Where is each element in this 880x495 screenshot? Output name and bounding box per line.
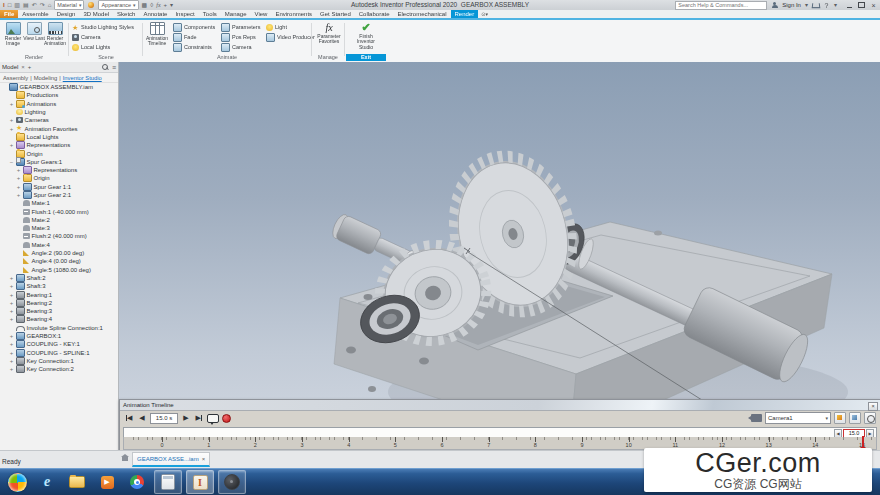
add-camera-action-icon[interactable] [834, 412, 846, 424]
tree-expand-icon[interactable]: + [9, 315, 14, 323]
ribbon-tab-collaborate[interactable]: Collaborate [355, 10, 394, 18]
tree-item[interactable]: +Shaft:3 [0, 282, 118, 290]
animate-camera-button[interactable]: Camera [221, 43, 260, 52]
tree-item[interactable]: +GEARBOX:1 [0, 332, 118, 340]
animation-options-icon[interactable] [864, 412, 876, 424]
tree-item[interactable]: +Shaft:2 [0, 274, 118, 282]
tree-item[interactable]: +Bearing:1 [0, 290, 118, 298]
tree-item[interactable]: Mate:4 [0, 241, 118, 249]
render-image-button[interactable]: Render Image [2, 22, 24, 54]
tree-expand-icon[interactable]: + [9, 282, 14, 290]
undo-icon[interactable]: ↶ [32, 1, 37, 10]
tree-item[interactable]: +Bearing:4 [0, 315, 118, 323]
tree-item[interactable]: Lighting [0, 108, 118, 116]
sign-in-dropdown-icon[interactable]: ▾ [805, 1, 808, 10]
browser-add-tab-icon[interactable]: + [28, 64, 32, 70]
render-animation-button[interactable]: Render Animation [44, 22, 66, 54]
close-button[interactable] [869, 1, 878, 9]
video-producer-button[interactable]: Video Producer [266, 33, 315, 42]
tree-item[interactable]: +Bearing:2 [0, 299, 118, 307]
tree-item[interactable]: Angle:5 (1080.00 deg) [0, 266, 118, 274]
plus-icon[interactable]: + [164, 1, 168, 10]
animate-constraints-button[interactable]: Constraints [173, 43, 215, 52]
browser-tab-model[interactable]: Model [2, 64, 18, 70]
tree-expand-icon[interactable]: + [9, 116, 14, 124]
tree-expand-icon[interactable]: + [9, 340, 14, 348]
tree-expand-icon[interactable]: + [9, 100, 14, 108]
minimize-button[interactable] [845, 1, 854, 9]
tree-item[interactable]: Mate:2 [0, 216, 118, 224]
go-to-start-button[interactable]: ◀ [124, 413, 134, 424]
tree-item[interactable]: +Representations [0, 166, 118, 174]
redo-icon[interactable]: ↷ [40, 1, 45, 10]
ribbon-tab-view[interactable]: View [251, 10, 272, 18]
go-to-end-button[interactable]: ▶ [194, 413, 204, 424]
taskbar-chrome-button[interactable] [124, 471, 150, 493]
ribbon-tab-electromechanical[interactable]: Electromechanical [393, 10, 450, 18]
taskbar-windows-explorer-button[interactable] [64, 471, 90, 493]
tree-expand-icon[interactable]: + [9, 307, 14, 315]
tree-expand-icon[interactable]: + [16, 174, 21, 182]
tree-item[interactable]: +Animations [0, 100, 118, 108]
ribbon-tab-inspect[interactable]: Inspect [171, 10, 198, 18]
parameter-favorites-button[interactable]: fx Parameter Favorites [316, 22, 342, 54]
tree-item[interactable]: Local Lights [0, 133, 118, 141]
animate-parameters-button[interactable]: Parameters [221, 23, 260, 32]
fx-parameters-icon[interactable]: fx [156, 1, 160, 10]
tree-expand-icon[interactable]: + [16, 166, 21, 174]
browser-tab-close-icon[interactable]: × [21, 64, 25, 70]
ribbon-tab-annotate[interactable]: Annotate [139, 10, 171, 18]
ribbon-tab-manage[interactable]: Manage [221, 10, 251, 18]
tree-item[interactable]: +COUPLING - SPLINE:1 [0, 349, 118, 357]
tree-item[interactable]: Angle:4 (0.00 deg) [0, 257, 118, 265]
animate-fade-button[interactable]: Fade [173, 33, 215, 42]
ribbon-display-options-icon[interactable]: ⊙▾ [478, 10, 488, 18]
taskbar-media-player-button[interactable]: ▶ [94, 471, 120, 493]
tree-item[interactable]: Flush:2 (40.000 mm) [0, 232, 118, 240]
tree-item[interactable]: +Key Connection:2 [0, 365, 118, 373]
browser-nav-modeling[interactable]: Modeling [34, 75, 58, 81]
play-backward-button[interactable]: ◀ [137, 413, 147, 424]
animate-pos-reps-button[interactable]: Pos Reps [221, 33, 260, 42]
tree-item[interactable]: +Origin [0, 174, 118, 182]
tree-expand-icon[interactable]: + [9, 349, 14, 357]
scene-camera-button[interactable]: Camera [72, 33, 134, 42]
taskbar-start-button[interactable] [4, 471, 30, 493]
measure-icon[interactable]: ◊ [150, 1, 153, 10]
document-tab[interactable]: GEARBOX ASSE...iam× [132, 452, 210, 467]
sheet-icon[interactable]: ▩ [142, 1, 148, 10]
taskbar-recorder-button[interactable] [218, 470, 246, 494]
finish-inventor-studio-button[interactable]: ✔ Finish Inventor Studio [353, 22, 379, 54]
tree-expand-icon[interactable]: + [9, 299, 14, 307]
tree-expand-icon[interactable]: + [9, 365, 14, 373]
tree-item[interactable]: Productions [0, 91, 118, 99]
taskbar-internet-explorer-button[interactable]: e [34, 471, 60, 493]
record-button[interactable] [222, 414, 231, 423]
qat-dropdown-icon[interactable]: ▾ [170, 1, 173, 10]
appearance-dropdown[interactable]: Appearance▾ [98, 0, 138, 10]
restore-button[interactable] [857, 1, 866, 9]
animate-light-button[interactable]: Light [266, 23, 315, 32]
animation-length-field[interactable]: 15.0 s [150, 413, 178, 424]
play-forward-button[interactable]: ▶ [181, 413, 191, 424]
animate-components-button[interactable]: Components [173, 23, 215, 32]
ribbon-tab-file[interactable]: File [0, 10, 18, 18]
sign-in-button[interactable]: Sign In [782, 2, 801, 8]
studio-lighting-styles-button[interactable]: ★ Studio Lighting Styles [72, 23, 134, 32]
taskbar-inventor-button[interactable]: I [186, 470, 214, 494]
browser-menu-icon[interactable]: ≡ [112, 64, 116, 71]
local-lights-button[interactable]: Local Lights [72, 43, 134, 52]
tree-item[interactable]: +Spur Gear 2:1 [0, 191, 118, 199]
browser-nav-assembly[interactable]: Assembly [3, 75, 28, 81]
tree-item[interactable]: +Bearing:3 [0, 307, 118, 315]
save-icon[interactable]: ▤ [23, 1, 29, 10]
3d-viewport[interactable] [118, 62, 880, 450]
ribbon-tab-environments[interactable]: Environments [271, 10, 316, 18]
ribbon-tab-design[interactable]: Design [53, 10, 80, 18]
home-view-icon[interactable] [121, 454, 129, 462]
search-input[interactable] [675, 1, 767, 10]
tree-expand-icon[interactable]: + [16, 191, 21, 199]
tree-item[interactable]: +Spur Gear 1:1 [0, 183, 118, 191]
browser-search-icon[interactable] [102, 64, 109, 71]
tree-expand-icon[interactable]: + [9, 141, 14, 149]
